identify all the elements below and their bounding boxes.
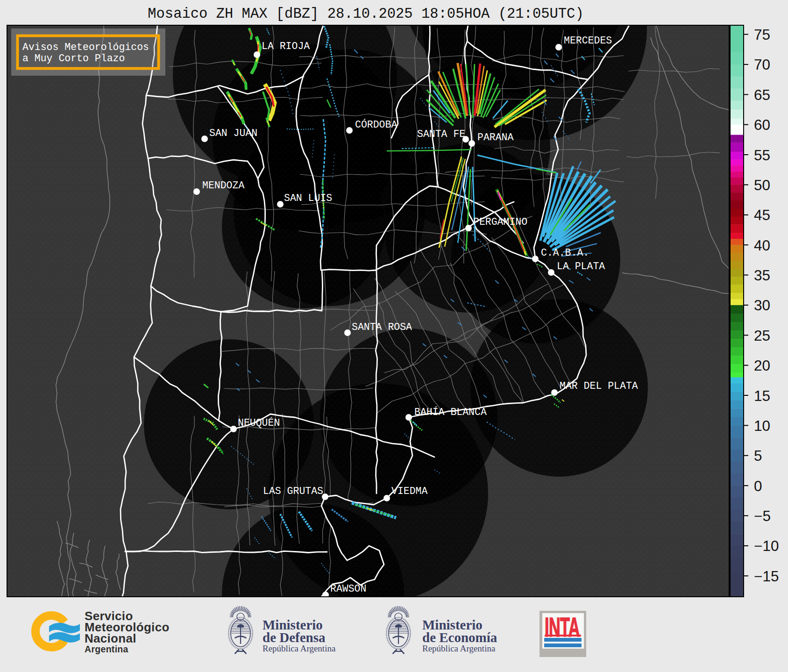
- svg-text:−10: −10: [754, 537, 779, 554]
- svg-text:55: 55: [754, 147, 770, 164]
- svg-text:LA RIOJA: LA RIOJA: [262, 41, 310, 52]
- svg-text:Nacional: Nacional: [85, 631, 136, 645]
- svg-text:−15: −15: [754, 568, 779, 585]
- svg-text:República Argentina: República Argentina: [263, 643, 336, 653]
- svg-text:−5: −5: [754, 508, 771, 524]
- svg-text:RAWSON: RAWSON: [330, 583, 366, 594]
- svg-text:PARANA: PARANA: [477, 132, 514, 143]
- svg-text:MENDOZA: MENDOZA: [202, 180, 244, 191]
- svg-text:20: 20: [754, 357, 770, 374]
- svg-text:LA PLATA: LA PLATA: [557, 261, 605, 272]
- svg-text:35: 35: [754, 267, 770, 284]
- svg-text:15: 15: [754, 387, 770, 404]
- svg-text:a Muy Corto Plazo: a Muy Corto Plazo: [22, 53, 125, 64]
- svg-text:MAR DEL PLATA: MAR DEL PLATA: [560, 380, 638, 392]
- svg-text:50: 50: [754, 177, 770, 193]
- svg-text:SANTA ROSA: SANTA ROSA: [352, 322, 412, 333]
- svg-text:25: 25: [754, 327, 770, 344]
- svg-text:de Defensa: de Defensa: [263, 630, 326, 645]
- svg-text:C.A.B.A.: C.A.B.A.: [541, 247, 589, 258]
- svg-text:70: 70: [754, 56, 770, 73]
- svg-text:SAN LUIS: SAN LUIS: [284, 193, 332, 204]
- svg-text:PERGAMINO: PERGAMINO: [473, 216, 527, 228]
- svg-text:Argentina: Argentina: [85, 644, 128, 654]
- svg-text:VIEDMA: VIEDMA: [391, 486, 428, 497]
- svg-text:LAS GRUTAS: LAS GRUTAS: [263, 486, 323, 497]
- svg-text:SANTA FE: SANTA FE: [417, 129, 465, 140]
- svg-text:Mosaico ZH MAX [dBZ] 28.10.202: Mosaico ZH MAX [dBZ] 28.10.2025 18:05HOA…: [148, 6, 583, 22]
- svg-text:INTA: INTA: [545, 612, 580, 642]
- svg-text:BAHÍA BLANCA: BAHÍA BLANCA: [414, 406, 487, 418]
- svg-text:30: 30: [754, 297, 770, 314]
- svg-text:60: 60: [754, 116, 770, 133]
- svg-text:0: 0: [754, 478, 762, 494]
- svg-text:SAN JUAN: SAN JUAN: [209, 128, 257, 139]
- svg-text:10: 10: [754, 417, 770, 434]
- svg-text:Avisos Meteorológicos: Avisos Meteorológicos: [22, 42, 149, 53]
- svg-text:75: 75: [754, 26, 770, 43]
- svg-text:5: 5: [754, 447, 762, 464]
- svg-text:de Economía: de Economía: [422, 630, 497, 645]
- svg-text:40: 40: [754, 237, 770, 254]
- svg-text:NEUQUÉN: NEUQUÉN: [238, 417, 280, 429]
- svg-text:65: 65: [754, 86, 770, 103]
- svg-text:MERCEDES: MERCEDES: [564, 35, 612, 46]
- svg-text:República Argentina: República Argentina: [422, 643, 496, 653]
- svg-text:CÓRDOBA: CÓRDOBA: [355, 119, 397, 130]
- svg-text:45: 45: [754, 207, 770, 223]
